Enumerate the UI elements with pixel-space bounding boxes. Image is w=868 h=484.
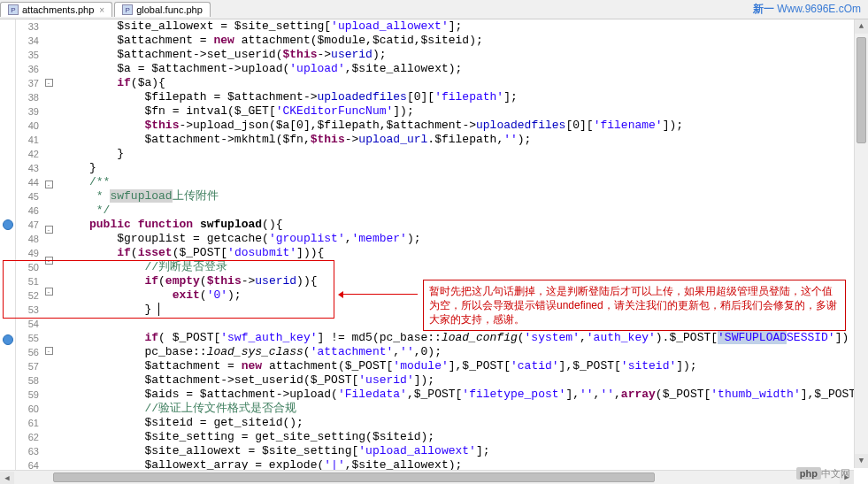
code-line[interactable]: $fn = intval($_GET['CKEditorFuncNum']); (55, 104, 868, 119)
line-number-gutter: 3334353637383940414243444546474849505152… (16, 19, 42, 484)
fold-toggle[interactable]: - (45, 181, 53, 188)
line-number: 44 (16, 175, 39, 189)
code-line[interactable]: $site_setting = get_site_setting($siteid… (55, 430, 868, 444)
code-line[interactable]: /** (55, 175, 868, 189)
line-number: 47 (16, 218, 39, 232)
line-number: 57 (16, 359, 39, 373)
fold-toggle[interactable]: - (45, 79, 53, 87)
code-line[interactable]: if( $_POST['swf_auth_key'] != md5(pc_bas… (55, 331, 868, 345)
code-line[interactable]: } (55, 147, 868, 161)
line-number: 41 (16, 133, 39, 147)
annotation-arrow (340, 294, 418, 295)
line-number: 58 (16, 373, 39, 388)
code-line[interactable]: pc_base::load_sys_class('attachment','',… (55, 345, 868, 359)
line-number: 48 (16, 232, 39, 246)
line-number: 54 (16, 317, 39, 331)
line-number: 34 (16, 34, 39, 48)
line-number: 49 (16, 246, 39, 260)
php-file-icon: P (122, 4, 133, 15)
code-line[interactable]: $site_allowext = $site_setting['upload_a… (55, 444, 868, 458)
scroll-thumb-h[interactable] (53, 472, 655, 482)
marker-column (0, 19, 16, 484)
line-number: 63 (16, 444, 39, 458)
line-number: 38 (16, 90, 39, 104)
line-number: 59 (16, 388, 39, 402)
close-icon[interactable]: × (99, 5, 104, 15)
fold-column: ------- (42, 19, 55, 484)
line-number: 62 (16, 430, 39, 444)
fold-toggle[interactable]: - (45, 347, 53, 355)
breakpoint-marker[interactable] (3, 334, 13, 345)
code-line[interactable]: $attachment->set_userid($_POST['userid']… (55, 373, 868, 388)
tab-label: attachments.php (22, 4, 94, 15)
line-number: 45 (16, 189, 39, 204)
scroll-left-arrow[interactable]: ◀ (0, 472, 14, 484)
code-line[interactable]: $siteid = get_siteid(); (55, 416, 868, 430)
tab-bar: P attachments.php × P global.func.php 新一… (0, 0, 868, 19)
code-line[interactable]: $attachment = new attachment($module,$ca… (55, 34, 868, 48)
code-line[interactable]: } (55, 161, 868, 175)
watermark: 新一 Www.9696E.cOm (753, 2, 861, 17)
code-line[interactable]: $grouplist = getcache('grouplist','membe… (55, 232, 868, 246)
horizontal-scrollbar[interactable]: ◀ ▶ (0, 470, 854, 484)
line-number: 55 (16, 331, 39, 345)
line-number: 56 (16, 345, 39, 359)
code-line[interactable]: //验证上传文件格式是否合规 (55, 402, 868, 416)
line-number: 42 (16, 147, 39, 161)
line-number: 33 (16, 19, 39, 34)
line-number: 39 (16, 104, 39, 119)
bottom-watermark: php中文网 (796, 467, 850, 480)
scroll-thumb-v[interactable] (856, 37, 866, 143)
line-number: 60 (16, 402, 39, 416)
code-line[interactable]: $attachment = new attachment($_POST['mod… (55, 359, 868, 373)
code-area[interactable]: $site_allowext = $site_setting['upload_a… (55, 19, 868, 484)
line-number: 61 (16, 416, 39, 430)
code-line[interactable]: if(isset($_POST['dosubmit'])){ (55, 246, 868, 260)
scroll-down-arrow[interactable]: ▼ (855, 454, 868, 468)
fold-toggle[interactable]: - (45, 226, 53, 234)
code-line[interactable]: public function swfupload(){ (55, 218, 868, 232)
php-file-icon: P (8, 4, 19, 15)
breakpoint-marker[interactable] (3, 219, 13, 230)
code-line[interactable]: $this->upload_json($a[0],$filepath,$atta… (55, 119, 868, 133)
annotation-highlight-box (3, 260, 334, 319)
code-line[interactable]: $site_allowext = $site_setting['upload_a… (55, 19, 868, 34)
code-line[interactable]: $a = $attachment->upload('upload',$site_… (55, 62, 868, 76)
annotation-callout: 暂时先把这几句话删掉，这是判断登陆后才可以上传，如果用超级管理员登陆，这个值为空… (423, 280, 846, 331)
code-line[interactable]: $filepath = $attachment->uploadedfiles[0… (55, 90, 868, 104)
code-line[interactable]: */ (55, 204, 868, 218)
line-number: 36 (16, 62, 39, 76)
tab-global-func[interactable]: P global.func.php (114, 2, 211, 17)
line-number: 37 (16, 76, 39, 90)
code-line[interactable]: * swfupload上传附件 (55, 189, 868, 204)
line-number: 35 (16, 48, 39, 62)
tab-attachments[interactable]: P attachments.php × (0, 2, 112, 17)
code-line[interactable]: $aids = $attachment->upload('Filedata',$… (55, 388, 868, 402)
code-editor[interactable]: 3334353637383940414243444546474849505152… (0, 19, 868, 484)
code-line[interactable]: $attachment->set_userid($this->userid); (55, 48, 868, 62)
code-line[interactable]: if($a){ (55, 76, 868, 90)
vertical-scrollbar[interactable]: ▲ ▼ (854, 19, 868, 468)
scroll-up-arrow[interactable]: ▲ (855, 19, 868, 34)
line-number: 40 (16, 119, 39, 133)
tab-label: global.func.php (136, 4, 203, 15)
line-number: 46 (16, 204, 39, 218)
code-line[interactable]: $attachment->mkhtml($fn,$this->upload_ur… (55, 133, 868, 147)
line-number: 43 (16, 161, 39, 175)
